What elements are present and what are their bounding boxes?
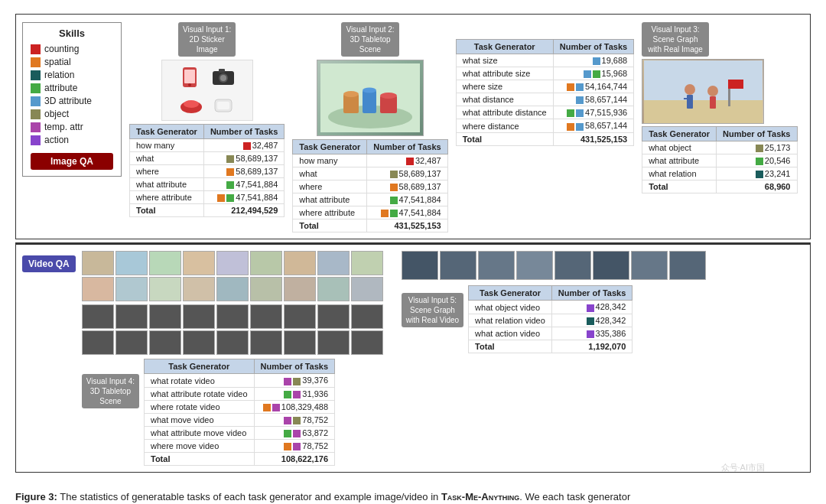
sticker-image <box>161 60 253 121</box>
video-thumb-dark <box>250 304 282 329</box>
skill-color-attribute <box>31 83 41 93</box>
color-square2 <box>272 404 280 411</box>
gen-label: what relation video <box>469 314 552 327</box>
total-label: Total <box>293 219 367 232</box>
skill-color-object <box>31 109 41 119</box>
gen-value: 78,752 <box>254 413 334 426</box>
gen-label: what attribute rotate video <box>145 387 255 400</box>
visual-input-4-label: Visual Input 4: 3D Tabletop Scene <box>82 374 139 408</box>
video-scene-thumb <box>593 251 629 280</box>
table-row: how many32,487 <box>130 139 285 152</box>
svg-rect-27 <box>728 80 743 89</box>
svg-rect-10 <box>217 102 229 109</box>
table-row: what action video335,386 <box>469 327 633 340</box>
color-square <box>587 317 594 325</box>
color-square2 <box>593 70 600 78</box>
total-value: 431,525,153 <box>553 132 633 145</box>
skill-item-relation: relation <box>31 70 113 80</box>
col-tasks: Number of Tasks <box>551 286 632 301</box>
video-thumb <box>82 277 114 301</box>
gen-value: 428,342 <box>551 301 632 314</box>
table-row: what distance58,657,144 <box>456 93 634 106</box>
gen-value: 63,872 <box>254 426 334 439</box>
color-square <box>567 83 574 91</box>
video-thumb-dark <box>317 304 350 329</box>
skill-item-counting: counting <box>31 44 113 54</box>
color-square <box>226 181 234 189</box>
gen-value: 15,968 <box>553 67 633 80</box>
table-row: where attribute47,541,884 <box>130 191 285 204</box>
gen-value: 428,342 <box>551 314 632 327</box>
3d-scene-image <box>317 60 424 136</box>
svg-rect-22 <box>687 95 693 109</box>
color-square <box>243 142 251 150</box>
gen-value: 31,936 <box>254 387 334 400</box>
gen-label: where rotate video <box>145 400 255 413</box>
gen-label: what object <box>642 141 717 154</box>
col-generator: Task Generator <box>130 125 204 139</box>
total-row: Total108,622,176 <box>145 453 335 466</box>
video-thumb-dark <box>284 304 316 329</box>
col-tasks: Number of Tasks <box>367 140 447 154</box>
table-1: Task GeneratorNumber of Taskshow many32,… <box>129 124 285 217</box>
gen-label: where size <box>456 80 553 93</box>
visual-input-3-col: Task GeneratorNumber of Taskswhat size19… <box>456 22 635 146</box>
video-scene-thumb <box>478 251 515 280</box>
color-square <box>406 158 414 165</box>
table-row: where move video78,752 <box>145 439 335 452</box>
col-generator: Task Generator <box>642 127 717 141</box>
phone-icon <box>177 65 206 88</box>
color-square <box>756 145 763 152</box>
color-square2 <box>390 210 398 217</box>
svg-point-17 <box>363 88 376 93</box>
color-square <box>381 210 389 217</box>
gen-value: 19,688 <box>553 54 633 67</box>
table-3: Task GeneratorNumber of Taskswhat size19… <box>456 39 635 146</box>
gen-value: 32,487 <box>203 139 284 152</box>
video-thumb <box>250 277 282 301</box>
gen-value: 58,689,137 <box>367 180 447 193</box>
total-row: Total68,960 <box>642 180 797 193</box>
color-square <box>390 197 398 204</box>
svg-rect-6 <box>219 69 225 73</box>
table-row: what size19,688 <box>456 54 634 67</box>
gen-value: 47,515,936 <box>553 106 633 119</box>
color-square <box>567 123 574 131</box>
skill-item-attribute: attribute <box>31 83 113 93</box>
gen-value: 39,376 <box>254 374 334 387</box>
table-row: what object video428,342 <box>469 301 633 314</box>
gen-label: what attribute <box>293 193 367 206</box>
video-thumb <box>115 251 148 275</box>
color-square2 <box>576 109 584 117</box>
color-square2 <box>576 123 584 131</box>
color-square2 <box>293 391 301 398</box>
gen-label: what relation <box>642 167 717 180</box>
video-thumb-dark <box>250 330 282 355</box>
video-thumb <box>317 277 350 301</box>
video-scene-thumb <box>554 251 591 280</box>
table-row: what attribute20,546 <box>642 154 797 167</box>
col-tasks: Number of Tasks <box>203 125 284 139</box>
visual-input-1-block: Visual Input 1: 2D Sticker Image <box>129 22 285 217</box>
col-generator: Task Generator <box>145 359 255 374</box>
gen-label: how many <box>130 139 204 152</box>
white-obj-icon <box>209 93 238 116</box>
video-thumb <box>183 251 215 275</box>
total-label: Total <box>130 204 204 217</box>
skill-color-relation <box>31 70 41 80</box>
total-label: Total <box>456 132 553 145</box>
table-5: Task GeneratorNumber of Taskswhat rotate… <box>144 359 335 466</box>
video-scene-thumb <box>402 251 438 280</box>
color-square2 <box>293 443 301 450</box>
bottom-section: Video QA Visual Input 4: 3D Tabletop Sce… <box>15 245 811 473</box>
top-section: Skills countingspatialrelationattribute3… <box>15 14 811 239</box>
table-row: what relation23,241 <box>642 167 797 180</box>
figure-caption: Figure 3: The statistics of generatable … <box>0 480 658 504</box>
video-scene-thumb <box>631 251 668 280</box>
skill-item-temp.-attr: temp. attr <box>31 122 113 132</box>
color-square <box>226 168 234 176</box>
table-row: where attribute47,541,884 <box>293 206 447 219</box>
color-square <box>284 378 291 385</box>
video-thumb-dark <box>82 330 114 355</box>
table-6: Task GeneratorNumber of Taskswhat object… <box>468 285 633 353</box>
